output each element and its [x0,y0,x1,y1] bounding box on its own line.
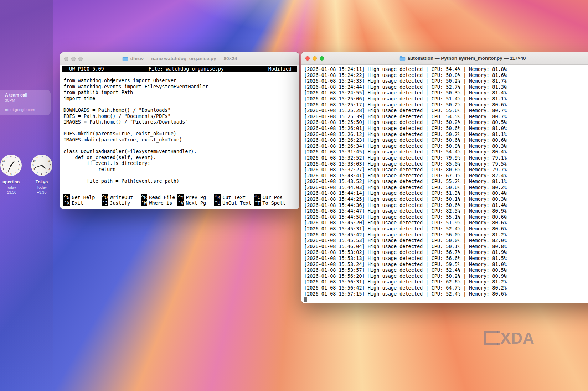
nano-shortcut: ^GGet Help [63,194,102,200]
nano-shortcut: ^RRead File [141,194,177,200]
log-line: [2026-01-08 15:24:33] High usage detecte… [304,78,588,84]
zoom-button[interactable] [78,57,83,61]
code-line: IMAGES.mkdir(parents=True, exist_ok=True… [63,137,297,143]
log-line: [2026-01-08 15:57:15] High usage detecte… [304,291,588,297]
log-line: [2026-01-08 15:24:11] High usage detecte… [304,66,588,72]
svg-text:2: 2 [18,160,19,162]
code-line: from watchdog.observers import Observer [63,78,297,84]
clock-city: upertino [0,179,23,184]
minimize-button[interactable] [313,56,317,61]
log-line: [2026-01-08 15:44:14] High usage detecte… [304,190,588,196]
log-line: [2026-01-08 15:37:27] High usage detecte… [304,167,588,173]
folder-icon [399,56,406,61]
window-title-text: dhruv — nano watchdog_organise.py — 80×2… [130,56,237,61]
log-line: [2026-01-08 15:26:23] High usage detecte… [304,137,588,143]
nano-shortcuts: ^GGet Help^OWriteOut^RRead File^YPrev Pg… [62,194,297,206]
log-line: [2026-01-08 15:33:03] High usage detecte… [304,161,588,167]
svg-text:6: 6 [41,173,42,175]
log-line: [2026-01-08 15:53:02] High usage detecte… [304,249,588,255]
svg-text:10: 10 [2,160,5,162]
log-line: [2026-01-08 15:53:24] High usage detecte… [304,261,588,267]
nano-shortcut: ^JJustify [102,200,141,206]
folder-icon [122,56,128,61]
log-line: [2026-01-08 15:24:55] High usage detecte… [304,90,588,96]
nano-titlebar[interactable]: dhruv — nano watchdog_organise.py — 80×2… [60,52,299,65]
log-line: [2026-01-08 15:44:03] High usage detecte… [304,184,588,191]
log-line: [2026-01-08 15:45:53] High usage detecte… [304,238,588,244]
svg-text:11: 11 [36,156,39,159]
code-line: IMAGES = Path.home() / "Pictures/Downloa… [63,119,297,125]
log-line: [2026-01-08 15:43:52] High usage detecte… [304,178,588,184]
clock-day: Today [30,185,53,189]
log-line: [2026-01-08 15:25:17] High usage detecte… [304,102,588,108]
log-line: [2026-01-08 15:56:31] High usage detecte… [304,279,588,285]
desktop: A team call 30PM meet.google.com 1212345… [0,0,588,391]
clock-widget[interactable]: 121234567891011 Tokyo Today +3:30 [30,154,53,194]
analog-clock-icon: 121234567891011 [0,154,22,177]
close-button[interactable] [64,57,68,61]
terminal-prompt-line [304,297,588,303]
nano-version: UW PICO 5.09 [62,66,104,72]
svg-text:9: 9 [32,164,34,166]
clock-widget[interactable]: 121234567891011 upertino Today -13:30 [0,154,23,194]
event-time: 30PM [5,98,47,103]
log-line: [2026-01-08 15:26:34] High usage detecte… [304,143,588,149]
svg-text:4: 4 [18,168,19,171]
svg-text:8: 8 [3,168,4,171]
log-line: [2026-01-08 15:32:52] High usage detecte… [304,155,588,161]
clock-offset: +3:30 [30,190,53,194]
clock-offset: -13:30 [0,190,23,194]
log-line: [2026-01-08 15:44:58] High usage detecte… [304,214,588,220]
code-line: from watchdog.events import FileSystemEv… [63,84,297,90]
widget-separator [0,77,50,77]
log-line: [2026-01-08 15:44:36] High usage detecte… [304,202,588,208]
window-title: automation — Python system_monitor.py — … [301,56,588,61]
nano-shortcut: ^OWriteOut [102,194,141,200]
event-title: A team call [5,93,47,98]
log-line: [2026-01-08 15:45:42] High usage detecte… [304,232,588,238]
log-line: [2026-01-08 15:25:50] High usage detecte… [304,119,588,125]
terminal-output[interactable]: [2026-01-08 15:24:11] High usage detecte… [301,65,588,303]
svg-text:8: 8 [33,168,35,171]
log-line: [2026-01-08 15:45:31] High usage detecte… [304,226,588,232]
code-line: import time [63,95,297,101]
nano-shortcut: ^YPrev Pg [177,194,214,200]
svg-text:9: 9 [2,164,3,166]
nano-filename: File: watchdog_organise.py [104,66,268,72]
svg-text:7: 7 [6,171,7,174]
svg-text:1: 1 [45,156,47,159]
log-line: [2026-01-08 15:24:22] High usage detecte… [304,72,588,78]
svg-text:2: 2 [48,160,50,162]
svg-text:4: 4 [48,168,50,171]
clock-day: Today [0,185,23,189]
svg-text:11: 11 [6,156,8,159]
nano-shortcut: ^TTo Spell [254,200,297,206]
monitor-terminal-window[interactable]: automation — Python system_monitor.py — … [301,52,588,303]
log-line: [2026-01-08 15:44:25] High usage detecte… [304,196,588,202]
code-area[interactable]: from watchdog.observers import Observerf… [62,72,297,194]
log-line: [2026-01-08 15:45:20] High usage detecte… [304,220,588,226]
terminal-cursor [304,297,307,302]
code-line [63,172,297,178]
code-line [63,125,297,131]
minimize-button[interactable] [71,57,76,61]
code-line: DOWNLOADS = Path.home() / "Downloads" [63,107,297,113]
nano-cursor: s [110,78,113,83]
monitor-titlebar[interactable]: automation — Python system_monitor.py — … [301,52,588,65]
code-line: def on_created(self, event): [63,155,297,161]
zoom-button[interactable] [320,56,324,61]
svg-text:3: 3 [50,164,51,166]
calendar-event-widget[interactable]: A team call 30PM meet.google.com [0,90,51,115]
window-title-text: automation — Python system_monitor.py — … [408,56,526,61]
nano-terminal-window[interactable]: dhruv — nano watchdog_organise.py — 80×2… [60,52,299,209]
close-button[interactable] [305,56,310,61]
svg-text:12: 12 [40,155,43,158]
nano-editor[interactable]: UW PICO 5.09 File: watchdog_organise.py … [60,65,299,209]
nano-modified-flag: Modified [268,66,297,72]
analog-clock-icon: 121234567891011 [30,154,53,177]
log-line: [2026-01-08 15:25:06] High usage detecte… [304,96,588,102]
widget-column: A team call 30PM meet.google.com 1212345… [0,0,53,391]
nano-shortcut: ^XExit [63,200,102,206]
log-line: [2026-01-08 15:46:04] High usage detecte… [304,244,588,250]
xda-logo-icon [484,331,498,345]
